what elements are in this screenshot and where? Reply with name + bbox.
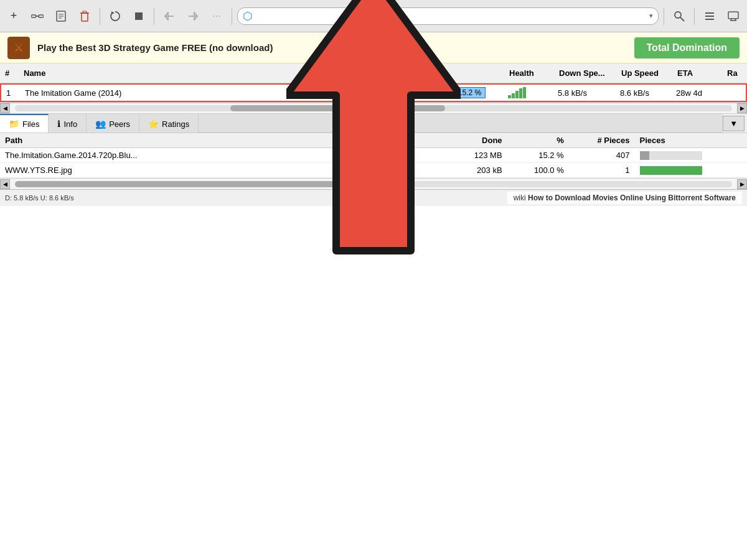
files-col-pieces: Pieces [635, 133, 747, 148]
ad-icon: ⚔ [7, 37, 30, 59]
ad-button[interactable]: Total Domination [634, 37, 740, 58]
divider-4 [664, 7, 664, 25]
file-pct-1: 15.2 % [507, 148, 569, 163]
divider-2 [154, 7, 154, 25]
file-pct-2: 100.0 % [507, 163, 569, 178]
table-row[interactable]: 1 The Imitation Game (2014) 813 MB Downl… [0, 83, 747, 102]
peers-tab-icon: 👥 [95, 119, 106, 129]
row-eta: 28w 4d [671, 86, 721, 100]
top-hscroll[interactable]: ◀ ▶ [0, 103, 747, 114]
file-path-2: WWW.YTS.RE.jpg [0, 163, 448, 178]
tab-info[interactable]: ℹ Info [49, 114, 87, 133]
svg-rect-21 [728, 12, 738, 19]
header-health: Health [504, 66, 554, 80]
forward-button[interactable] [183, 6, 203, 26]
header-name: Name [19, 66, 355, 80]
health-bar-3 [515, 91, 519, 98]
list-item[interactable]: The.Imitation.Game.2014.720p.Blu... 123 … [0, 148, 747, 163]
info-tab-icon: ℹ [57, 119, 60, 129]
delete-button[interactable] [75, 6, 95, 26]
refresh-button[interactable] [105, 6, 125, 26]
health-bar-2 [512, 93, 515, 98]
status-left: D: 5.8 kB/s U: 8.6 kB/s [5, 194, 74, 202]
ratings-tab-icon: ⭐ [148, 119, 159, 129]
torrent-section: # Name Size Status Health Down Spe... Up… [0, 63, 747, 103]
tabs-row: 📁 Files ℹ Info 👥 Peers ⭐ Ratings ▼ [0, 114, 747, 133]
status-bar: D: 5.8 kB/s U: 8.6 kB/s wiki How to Down… [0, 189, 747, 206]
list-view-button[interactable] [700, 6, 720, 26]
health-bar-5 [523, 87, 526, 98]
tab-ratings-label: Ratings [162, 119, 189, 129]
header-downspeed: Down Spe... [554, 66, 616, 80]
row-size: 813 MB [354, 86, 403, 100]
address-bar: ⬡ ▾ [237, 7, 659, 25]
svg-rect-7 [82, 13, 88, 21]
wiki-prefix: wiki [514, 194, 526, 202]
tab-extra-button[interactable]: ▼ [723, 116, 745, 131]
hscroll-right-btn[interactable]: ▶ [737, 103, 747, 113]
svg-rect-18 [705, 12, 714, 14]
hscroll-thumb[interactable] [230, 105, 446, 111]
svg-text:⚔: ⚔ [14, 42, 24, 54]
row-ra [721, 90, 746, 95]
stop-button[interactable] [129, 6, 149, 26]
file-pieces-count-2: 1 [569, 163, 635, 178]
torrent-header: # Name Size Status Health Down Spe... Up… [0, 63, 747, 83]
main-container: # Name Size Status Health Down Spe... Up… [0, 63, 747, 189]
svg-rect-1 [39, 15, 44, 17]
health-bar-1 [508, 95, 511, 98]
more-button[interactable]: ⋯ [207, 6, 227, 26]
files-col-path: Path [0, 133, 448, 148]
file-pieces-count-1: 407 [569, 148, 635, 163]
search-button[interactable] [669, 6, 689, 26]
divider-1 [100, 7, 100, 25]
svg-marker-10 [111, 11, 115, 14]
tab-peers[interactable]: 👥 Peers [87, 114, 139, 133]
header-ra: Ra [722, 66, 747, 80]
files-col-pct: % [507, 133, 569, 148]
pieces-fill [640, 151, 649, 160]
header-eta: ETA [672, 66, 722, 80]
tab-files[interactable]: 📁 Files [0, 114, 49, 133]
tab-spacer [199, 114, 723, 133]
files-header-row: Path Done % # Pieces Pieces [0, 133, 747, 148]
header-upspeed: Up Speed [616, 66, 672, 80]
link-button[interactable] [27, 6, 47, 26]
wiki-text: How to Download Movies Online Using Bitt… [528, 194, 736, 202]
svg-rect-20 [705, 19, 714, 20]
files-panel: Path Done % # Pieces Pieces The.Imitatio… [0, 133, 747, 178]
svg-point-16 [675, 12, 681, 18]
row-status: Downloading 15.2 % [403, 85, 503, 101]
dropdown-arrow: ▾ [649, 12, 653, 20]
row-num: 1 [1, 86, 20, 100]
bottom-hscroll[interactable]: ◀ ▶ [0, 178, 747, 189]
bottom-hscroll-left[interactable]: ◀ [0, 179, 10, 189]
file-pieces-bar-2 [635, 163, 747, 178]
toolbar: + ⋯ ⬡ ▾ [0, 0, 747, 32]
tab-peers-label: Peers [109, 119, 130, 129]
hscroll-track [15, 105, 732, 111]
file-done-1: 123 MB [448, 148, 507, 163]
bottom-hscroll-right[interactable]: ▶ [737, 179, 747, 189]
row-name: The Imitation Game (2014) [20, 86, 354, 100]
svg-line-17 [680, 17, 684, 21]
health-bar-4 [519, 88, 522, 98]
hscroll-left-btn[interactable]: ◀ [0, 103, 10, 113]
bottom-hscroll-thumb[interactable] [15, 181, 374, 187]
back-button[interactable] [159, 6, 179, 26]
row-upspeed: 8.6 kB/s [615, 86, 671, 100]
add-button[interactable]: + [4, 6, 24, 26]
ad-banner: ⚔ Play the Best 3D Strategy Game FREE (n… [0, 32, 747, 63]
bottom-panel: 📁 Files ℹ Info 👥 Peers ⭐ Ratings ▼ [0, 114, 747, 189]
svg-rect-9 [83, 11, 87, 13]
bittorrent-icon: ⬡ [243, 9, 253, 23]
monitor-button[interactable] [723, 6, 743, 26]
wiki-footer: wiki How to Download Movies Online Using… [507, 192, 742, 204]
tab-ratings[interactable]: ⭐ Ratings [139, 114, 199, 133]
tab-files-label: Files [22, 119, 39, 129]
pieces-bar-partial [640, 151, 702, 160]
divider-3 [232, 7, 232, 25]
file-button[interactable] [51, 6, 71, 26]
list-item[interactable]: WWW.YTS.RE.jpg 203 kB 100.0 % 1 [0, 163, 747, 178]
file-path-1: The.Imitation.Game.2014.720p.Blu... [0, 148, 448, 163]
